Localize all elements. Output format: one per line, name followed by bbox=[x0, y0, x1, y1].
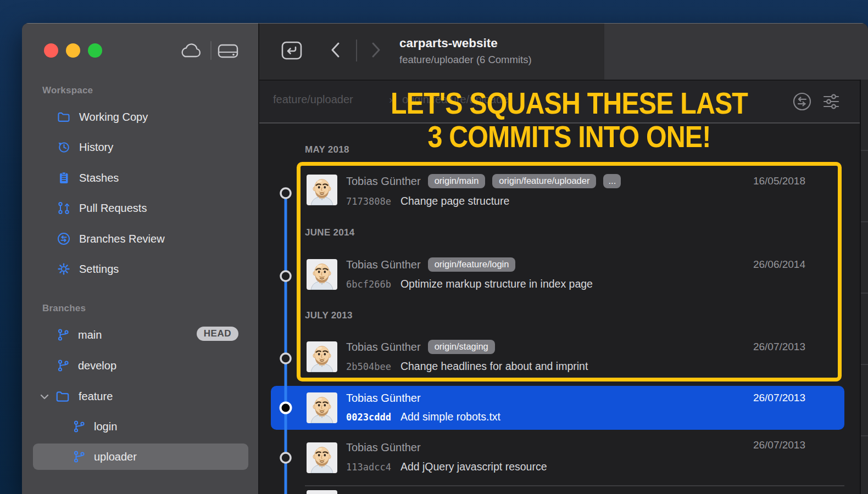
branch-label: login bbox=[94, 420, 117, 433]
sidebar-item-working-copy[interactable]: Working Copy bbox=[57, 108, 148, 126]
sidebar-item-label: Stashes bbox=[79, 172, 119, 184]
annotation-line-1: LET'S SQUASH THESE LAST bbox=[306, 87, 832, 120]
commit-hash: 0023cddd bbox=[346, 412, 391, 423]
sidebar-item-label: Branches Review bbox=[79, 233, 165, 245]
sidebar-item-label: Working Copy bbox=[79, 111, 148, 124]
open-repository-icon[interactable] bbox=[280, 40, 303, 61]
commit-message: Add simple robots.txt bbox=[400, 411, 500, 423]
workspace-section-label: Workspace bbox=[42, 85, 93, 96]
commit-message: Add jQuery javascript resource bbox=[400, 461, 547, 473]
pull-request-icon bbox=[57, 201, 71, 215]
sidebar-branch-main[interactable]: main bbox=[57, 326, 102, 344]
sidebar-branch-develop[interactable]: develop bbox=[57, 357, 116, 374]
commit-author: Tobias Günther bbox=[346, 441, 421, 454]
branches-section-label: Branches bbox=[42, 303, 86, 314]
head-badge: HEAD bbox=[197, 327, 238, 341]
branch-label: develop bbox=[78, 360, 116, 372]
branch-icon bbox=[73, 420, 86, 433]
selected-branch-highlight bbox=[33, 444, 248, 470]
branch-icon bbox=[57, 328, 70, 341]
clipboard-icon bbox=[57, 171, 71, 185]
avatar bbox=[307, 442, 337, 473]
sidebar-item-stashes[interactable]: Stashes bbox=[57, 169, 119, 187]
commit-date: 26/07/2013 bbox=[753, 392, 805, 404]
avatar bbox=[307, 392, 337, 423]
commit-node bbox=[281, 188, 291, 198]
nav-separator bbox=[356, 40, 357, 61]
annotation-highlight-box bbox=[297, 162, 842, 381]
branch-label: uploader bbox=[94, 451, 137, 463]
selected-commit-node bbox=[281, 403, 291, 413]
commit-node bbox=[281, 453, 291, 463]
commit-hash: 113adcc4 bbox=[346, 462, 391, 473]
local-drive-icon[interactable] bbox=[217, 42, 239, 60]
chevron-down-icon[interactable] bbox=[38, 391, 51, 403]
zoom-window-button[interactable] bbox=[88, 43, 102, 58]
back-arrow-icon[interactable] bbox=[326, 40, 346, 60]
branch-label: feature bbox=[79, 390, 113, 403]
commit-node bbox=[281, 353, 291, 363]
toolbar-separator bbox=[210, 41, 212, 60]
minimize-window-button[interactable] bbox=[66, 43, 80, 58]
row-divider bbox=[305, 485, 844, 486]
commit-author: Tobias Günther bbox=[346, 392, 421, 405]
gear-icon bbox=[57, 262, 71, 276]
sidebar-branch-uploader[interactable]: uploader bbox=[73, 448, 137, 465]
sidebar-item-label: History bbox=[79, 141, 113, 154]
forward-arrow-icon[interactable] bbox=[366, 40, 386, 60]
folder-icon bbox=[55, 389, 70, 404]
commit-graph bbox=[272, 155, 299, 494]
compare-circle-icon bbox=[57, 232, 71, 246]
cloud-icon[interactable] bbox=[179, 42, 203, 60]
sidebar-item-history[interactable]: History bbox=[57, 138, 113, 156]
sidebar-item-settings[interactable]: Settings bbox=[57, 260, 119, 278]
commit-node bbox=[281, 271, 291, 281]
close-window-button[interactable] bbox=[44, 43, 58, 58]
annotation-text: LET'S SQUASH THESE LAST 3 COMMITS INTO O… bbox=[270, 87, 868, 154]
app-window: Workspace Working Copy History Stashes P… bbox=[22, 23, 868, 494]
sidebar-item-branches-review[interactable]: Branches Review bbox=[57, 230, 165, 248]
folder-icon bbox=[57, 110, 71, 124]
sidebar: Workspace Working Copy History Stashes P… bbox=[22, 23, 259, 494]
repo-title: carparts-website bbox=[399, 36, 498, 50]
branch-icon bbox=[57, 359, 70, 372]
sidebar-item-pull-requests[interactable]: Pull Requests bbox=[57, 199, 147, 217]
sidebar-branch-login[interactable]: login bbox=[73, 418, 117, 435]
annotation-line-2: 3 COMMITS INTO ONE! bbox=[306, 120, 832, 154]
toolbar-gray-section bbox=[604, 23, 868, 80]
commit-date: 26/07/2013 bbox=[753, 439, 805, 451]
branch-icon bbox=[73, 450, 86, 463]
branch-label: main bbox=[78, 329, 102, 341]
sidebar-branch-folder-feature[interactable]: feature bbox=[55, 388, 113, 405]
sidebar-item-label: Pull Requests bbox=[79, 202, 147, 215]
sidebar-item-label: Settings bbox=[79, 263, 119, 276]
history-clock-icon bbox=[57, 140, 71, 154]
toolbar-dark-section bbox=[259, 23, 604, 80]
avatar bbox=[307, 490, 337, 494]
repo-subtitle: feature/uploader (6 Commits) bbox=[399, 54, 532, 66]
